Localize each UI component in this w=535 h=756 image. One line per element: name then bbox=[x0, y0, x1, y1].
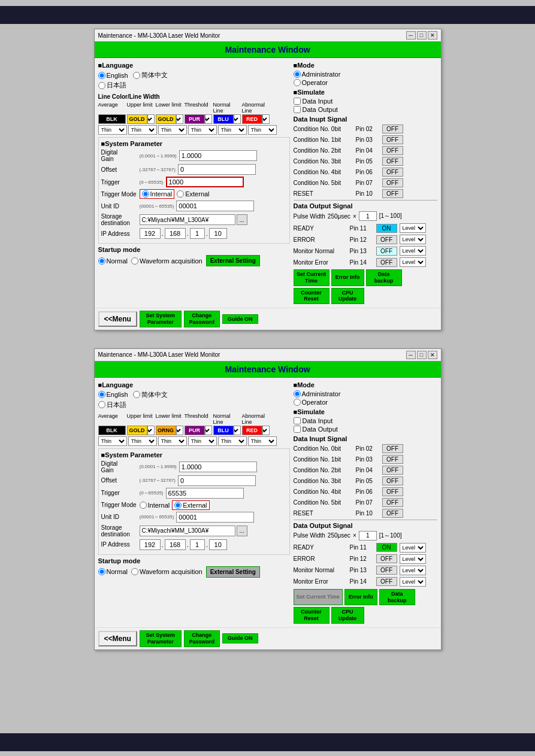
win2-minimize-button[interactable]: ─ bbox=[406, 351, 416, 359]
set-current-time-button[interactable]: Set Current Time bbox=[294, 269, 330, 286]
pulse-count-input[interactable] bbox=[359, 211, 377, 221]
data-backup-button[interactable]: Data backup bbox=[366, 269, 402, 286]
w2-external-setting-button[interactable]: External Setting bbox=[206, 566, 260, 578]
ip3-input[interactable] bbox=[190, 228, 205, 239]
w2-thick-avg[interactable]: Thin bbox=[98, 436, 127, 446]
thick-avg[interactable]: Thin bbox=[98, 125, 127, 135]
w2-admin-radio-input[interactable] bbox=[294, 390, 301, 397]
maximize-button[interactable]: □ bbox=[417, 31, 427, 40]
english-radio-input[interactable] bbox=[98, 72, 105, 79]
thick-threshold[interactable]: Thin bbox=[188, 125, 217, 135]
external-radio-input[interactable] bbox=[177, 190, 184, 198]
cpu-update-button[interactable]: CPU Update bbox=[331, 288, 364, 305]
w2-internal-radio[interactable]: Internal bbox=[140, 502, 170, 509]
w2-data-output-checkbox[interactable] bbox=[294, 426, 301, 433]
w2-browse-button[interactable]: ... bbox=[237, 526, 247, 536]
w2-storage-input[interactable] bbox=[140, 526, 235, 536]
w2-english-radio-input[interactable] bbox=[98, 391, 105, 398]
browse-button[interactable]: ... bbox=[237, 214, 247, 225]
w2-english-radio[interactable]: English bbox=[98, 391, 128, 398]
external-radio[interactable]: External bbox=[177, 190, 209, 198]
thick-lower[interactable]: Thin bbox=[158, 125, 187, 135]
monitor-error-level-select[interactable]: Level bbox=[400, 257, 426, 267]
w2-japanese-radio-input[interactable] bbox=[98, 401, 105, 408]
english-radio[interactable]: English bbox=[98, 72, 128, 79]
change-password-button[interactable]: Change Password bbox=[184, 311, 220, 327]
w2-color-orange-select[interactable]: ▼ bbox=[176, 426, 183, 435]
w2-waveform-radio[interactable]: Waveform acquisition bbox=[131, 568, 202, 575]
color-blu-select[interactable]: ▼ bbox=[234, 114, 241, 124]
w2-monitor-normal-level-select[interactable]: Level bbox=[400, 566, 426, 575]
w2-external-radio-input[interactable] bbox=[174, 502, 182, 509]
waveform-radio[interactable]: Waveform acquisition bbox=[131, 257, 202, 265]
operator-radio-input[interactable] bbox=[294, 79, 301, 86]
win2-close-button[interactable]: ✕ bbox=[428, 351, 437, 359]
w2-set-current-time-button[interactable]: Set Current Time bbox=[294, 589, 343, 606]
win2-maximize-button[interactable]: □ bbox=[417, 351, 427, 359]
data-input-checkbox[interactable] bbox=[294, 98, 301, 105]
unit-id-input[interactable] bbox=[176, 201, 254, 211]
ip4-input[interactable] bbox=[209, 228, 227, 239]
internal-radio[interactable]: Internal bbox=[140, 189, 175, 199]
w2-waveform-radio-input[interactable] bbox=[131, 568, 138, 575]
w2-thick-threshold[interactable]: Thin bbox=[188, 436, 217, 446]
japanese-radio[interactable]: 日本語 bbox=[98, 81, 126, 90]
w2-thick-normal[interactable]: Thin bbox=[218, 436, 247, 446]
error-level-select[interactable]: Level bbox=[400, 235, 426, 244]
w2-ready-level-select[interactable]: Level bbox=[400, 543, 426, 552]
error-info-button[interactable]: Error Info bbox=[331, 269, 364, 286]
internal-radio-input[interactable] bbox=[142, 190, 149, 198]
w2-trigger-input[interactable] bbox=[166, 488, 244, 499]
w2-ip3-input[interactable] bbox=[190, 539, 205, 550]
w2-chinese-radio-input[interactable] bbox=[133, 391, 140, 398]
w2-thick-lower[interactable]: Thin bbox=[158, 436, 187, 446]
storage-input[interactable] bbox=[140, 214, 235, 225]
w2-pulse-count-input[interactable] bbox=[359, 531, 377, 541]
counter-reset-button[interactable]: Counter Reset bbox=[294, 288, 330, 305]
set-system-button[interactable]: Set System Parameter bbox=[140, 311, 182, 327]
waveform-radio-input[interactable] bbox=[131, 257, 138, 265]
w2-ip4-input[interactable] bbox=[209, 539, 227, 550]
ready-level-select[interactable]: Level bbox=[400, 223, 426, 233]
offset-input[interactable] bbox=[178, 164, 256, 175]
ip1-input[interactable] bbox=[140, 228, 161, 239]
w2-internal-radio-input[interactable] bbox=[140, 502, 147, 509]
japanese-radio-input[interactable] bbox=[98, 82, 105, 89]
chinese-radio[interactable]: 简体中文 bbox=[133, 71, 168, 80]
w2-menu-button[interactable]: <<Menu bbox=[98, 631, 137, 646]
data-output-checkbox[interactable] bbox=[294, 106, 301, 113]
color-pur-select[interactable]: ▼ bbox=[205, 114, 212, 124]
w2-operator-radio-input[interactable] bbox=[294, 399, 301, 406]
w2-thick-upper[interactable]: Thin bbox=[128, 436, 157, 446]
normal-radio-input[interactable] bbox=[98, 257, 105, 265]
color-gold1-select[interactable]: ▼ bbox=[147, 114, 155, 124]
thick-normal[interactable]: Thin bbox=[218, 125, 247, 135]
guide-on-button[interactable]: Guide ON bbox=[222, 314, 258, 324]
chinese-radio-input[interactable] bbox=[133, 72, 140, 79]
w2-thick-abnormal[interactable]: Thin bbox=[248, 436, 277, 446]
w2-unit-id-input[interactable] bbox=[176, 512, 254, 523]
w2-normal-radio-input[interactable] bbox=[98, 568, 105, 575]
w2-error-info-button[interactable]: Error Info bbox=[344, 589, 377, 606]
w2-chinese-radio[interactable]: 简体中文 bbox=[133, 390, 168, 399]
w2-color-pur-select[interactable]: ▼ bbox=[205, 426, 212, 435]
w2-color-red-select[interactable]: ▼ bbox=[262, 426, 270, 435]
w2-change-password-button[interactable]: Change Password bbox=[184, 630, 220, 647]
w2-japanese-radio[interactable]: 日本語 bbox=[98, 400, 126, 409]
w2-admin-radio[interactable]: Administrator bbox=[294, 390, 341, 397]
w2-normal-radio[interactable]: Normal bbox=[98, 568, 128, 575]
monitor-normal-level-select[interactable]: Level bbox=[400, 246, 426, 256]
digital-gain-input[interactable] bbox=[179, 150, 257, 161]
color-red-select[interactable]: ▼ bbox=[262, 114, 270, 124]
external-setting-button[interactable]: External Setting bbox=[206, 255, 260, 266]
thick-upper[interactable]: Thin bbox=[128, 125, 157, 135]
admin-radio[interactable]: Administrator bbox=[294, 71, 341, 78]
w2-guide-on-button[interactable]: Guide ON bbox=[222, 633, 258, 643]
w2-color-blu-select[interactable]: ▼ bbox=[234, 426, 241, 435]
w2-color-gold1-select[interactable]: ▼ bbox=[147, 426, 155, 435]
w2-set-system-button[interactable]: Set System Parameter bbox=[140, 630, 182, 647]
w2-ip1-input[interactable] bbox=[140, 539, 161, 550]
w2-external-radio[interactable]: External bbox=[172, 500, 209, 510]
w2-counter-reset-button[interactable]: Counter Reset bbox=[294, 607, 330, 624]
w2-data-input-checkbox[interactable] bbox=[294, 417, 301, 424]
